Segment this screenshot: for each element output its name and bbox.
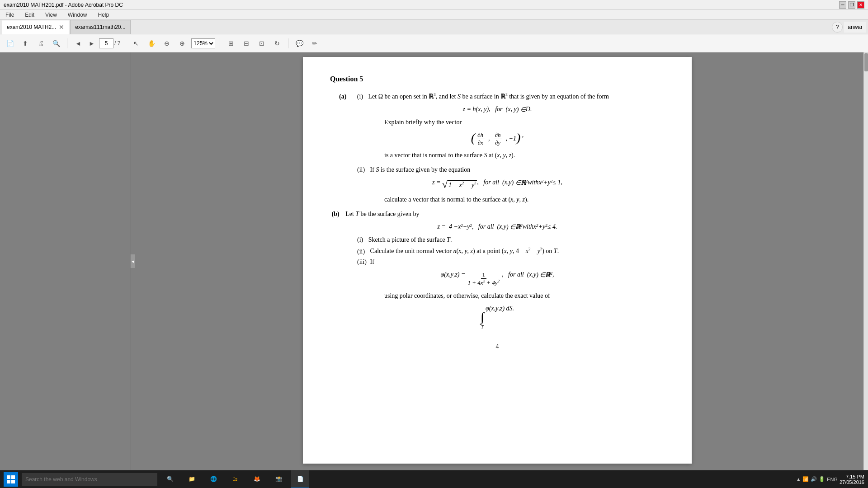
part-b-i: (i) Sketch a picture of the surface T. bbox=[357, 236, 665, 244]
create-button[interactable]: 📄 bbox=[4, 37, 16, 50]
right-scrollbar[interactable] bbox=[863, 52, 868, 470]
clock-time: 7:15 PM bbox=[840, 474, 864, 479]
taskbar-files[interactable]: 🗂 bbox=[226, 470, 244, 488]
pdf-area: Question 5 (a) (i) Let Ω be an open set … bbox=[131, 52, 863, 470]
fit-width-button[interactable]: ⊟ bbox=[240, 37, 253, 50]
print-button[interactable]: 🖨 bbox=[34, 37, 47, 50]
svg-rect-1 bbox=[11, 475, 15, 479]
part-b-iii-text2: using polar coordinates, or otherwise, c… bbox=[384, 292, 665, 300]
equation-zh: z = h(x, y), for (x, y) ∈ D. bbox=[330, 106, 665, 113]
title-bar: exam2010 MATH201.pdf - Adobe Acrobat Pro… bbox=[0, 0, 868, 10]
part-b-iii: (iii) If bbox=[357, 258, 665, 266]
right-paren: ) bbox=[516, 131, 520, 146]
part-b-label: (b) bbox=[330, 211, 340, 217]
app-title: exam2010 MATH201.pdf - Adobe Acrobat Pro… bbox=[4, 2, 123, 8]
separator2 bbox=[125, 38, 125, 48]
taskbar-search-app[interactable]: 🔍 bbox=[161, 470, 179, 488]
prev-page-button[interactable]: ◄ bbox=[72, 37, 85, 50]
time-date-display: 7:15 PM 27/05/2016 bbox=[840, 474, 864, 485]
pdf-page: Question 5 (a) (i) Let Ω be an open set … bbox=[303, 57, 692, 464]
fit-page-button[interactable]: ⊞ bbox=[225, 37, 237, 50]
close-button[interactable]: ✕ bbox=[857, 1, 864, 9]
part-a-i-conclusion: is a vector that is normal to the surfac… bbox=[384, 152, 665, 159]
next-page-button[interactable]: ► bbox=[85, 37, 98, 50]
left-panel: ◄ bbox=[0, 52, 131, 470]
taskbar-acrobat[interactable]: 📄 bbox=[291, 470, 309, 488]
select-tool[interactable]: ↖ bbox=[130, 37, 142, 50]
sqrt-equation: z = √ 1 − x2 − y2 , for all (x, y) ∈ ℝ2 … bbox=[330, 179, 665, 191]
tab-label: examss111math20... bbox=[75, 24, 125, 30]
part-b-ii: (ii) Calculate the unit normal vector n(… bbox=[357, 247, 665, 255]
part-b-iii-label: (iii) bbox=[357, 258, 367, 265]
tab-label: exam2010 MATH2... bbox=[7, 24, 56, 30]
menu-view[interactable]: View bbox=[43, 11, 59, 19]
part-b-text: Let T be the surface given by bbox=[345, 211, 419, 217]
start-button[interactable] bbox=[4, 472, 18, 487]
part-a-i-text1: Let Ω be an open set in ℝ3, and let S be… bbox=[368, 93, 609, 100]
hand-tool[interactable]: ✋ bbox=[145, 37, 158, 50]
rotate-button[interactable]: ↻ bbox=[271, 37, 283, 50]
page-total: / 7 bbox=[114, 40, 120, 47]
menu-bar: File Edit View Window Help bbox=[0, 10, 868, 20]
comment-button[interactable]: 💬 bbox=[293, 37, 306, 50]
tray-arrow[interactable]: ▲ bbox=[796, 477, 801, 482]
menu-window[interactable]: Window bbox=[66, 11, 89, 19]
user-label: anwar bbox=[844, 22, 866, 33]
part-a-label: (a) bbox=[339, 93, 346, 100]
tab-close-button[interactable]: ✕ bbox=[59, 23, 64, 31]
search-button[interactable]: 🔍 bbox=[50, 37, 62, 50]
toolbar: 📄 ⬆ 🖨 🔍 ◄ ► 5 / 7 ↖ ✋ ⊖ ⊕ 125% 100% 150%… bbox=[0, 34, 868, 52]
left-paren: ( bbox=[471, 131, 475, 146]
part-b-i-text: Sketch a picture of the surface T. bbox=[368, 236, 452, 243]
zoom-out-button[interactable]: ⊖ bbox=[160, 37, 173, 50]
menu-help[interactable]: Help bbox=[96, 11, 111, 19]
part-b-ii-text: Calculate the unit normal vector n(x, y,… bbox=[370, 248, 559, 254]
part-b-i-label: (i) bbox=[357, 236, 363, 243]
sqrt: √ 1 − x2 − y2 bbox=[442, 179, 477, 191]
tray-network[interactable]: 📶 bbox=[802, 476, 809, 482]
page-number: 4 bbox=[330, 343, 665, 350]
zoom-dropdown[interactable]: 125% 100% 150% bbox=[191, 38, 215, 48]
zoom-in-button[interactable]: ⊕ bbox=[176, 37, 189, 50]
vector-display: ( ∂h ∂x , ∂h ∂y , −1 ) , bbox=[330, 131, 665, 146]
part-b: (b) Let T be the surface given by bbox=[330, 211, 665, 218]
part-b-ii-label: (ii) bbox=[357, 248, 365, 254]
menu-file[interactable]: File bbox=[4, 11, 16, 19]
frac-dhdx: ∂h ∂x bbox=[476, 131, 485, 146]
taskbar-firefox[interactable]: 🦊 bbox=[248, 470, 266, 488]
minimize-button[interactable]: ─ bbox=[839, 1, 846, 9]
part-a-ii-label: (ii) bbox=[357, 166, 365, 173]
tray-battery[interactable]: 🔋 bbox=[819, 476, 825, 482]
clock-date: 27/05/2016 bbox=[840, 479, 864, 485]
page-number-input[interactable]: 5 bbox=[99, 38, 113, 48]
window-controls: ─ ❐ ✕ bbox=[839, 1, 864, 9]
taskbar-fileexplorer[interactable]: 📁 bbox=[183, 470, 201, 488]
part-b-iii-if: If bbox=[370, 258, 374, 265]
left-panel-toggle[interactable]: ◄ bbox=[131, 254, 135, 268]
windows-logo-icon bbox=[6, 475, 15, 484]
main-area: ◄ Question 5 (a) (i) Let Ω be an open se… bbox=[0, 52, 868, 470]
tab-exam2010[interactable]: exam2010 MATH2... ✕ bbox=[2, 20, 69, 34]
vector-content: ∂h ∂x , ∂h ∂y , −1 bbox=[475, 131, 516, 146]
phi-fraction: 1 1 + 4x2 + 4y2 bbox=[466, 271, 501, 286]
help-button[interactable]: ? bbox=[832, 22, 843, 33]
svg-rect-0 bbox=[7, 475, 10, 479]
fullscreen-button[interactable]: ⊡ bbox=[255, 37, 268, 50]
svg-rect-2 bbox=[7, 480, 10, 483]
pen-button[interactable]: ✏ bbox=[308, 37, 321, 50]
taskbar-edge[interactable]: 🌐 bbox=[204, 470, 222, 488]
part-a: (a) (i) Let Ω be an open set in ℝ3, and … bbox=[339, 92, 665, 100]
menu-edit[interactable]: Edit bbox=[23, 11, 36, 19]
part-a-i-explain: Explain briefly why the vector bbox=[384, 119, 665, 126]
tab-examss111[interactable]: examss111math20... bbox=[70, 20, 130, 34]
upload-button[interactable]: ⬆ bbox=[19, 37, 32, 50]
taskbar-greenshot[interactable]: 📸 bbox=[269, 470, 288, 488]
restore-button[interactable]: ❐ bbox=[848, 1, 855, 9]
tray-volume[interactable]: 🔊 bbox=[811, 476, 817, 482]
part-a-i-label: (i) bbox=[357, 93, 363, 100]
part-a-ii: (ii) If S is the surface given by the eq… bbox=[357, 166, 665, 174]
integral-display: T ∫ T φ(x, y, z) dS. bbox=[330, 305, 665, 329]
system-tray: ▲ 📶 🔊 🔋 ENG 7:15 PM 27/05/2016 bbox=[796, 474, 864, 485]
scrollbar-thumb[interactable] bbox=[864, 53, 868, 71]
taskbar-search-input[interactable] bbox=[22, 473, 157, 486]
